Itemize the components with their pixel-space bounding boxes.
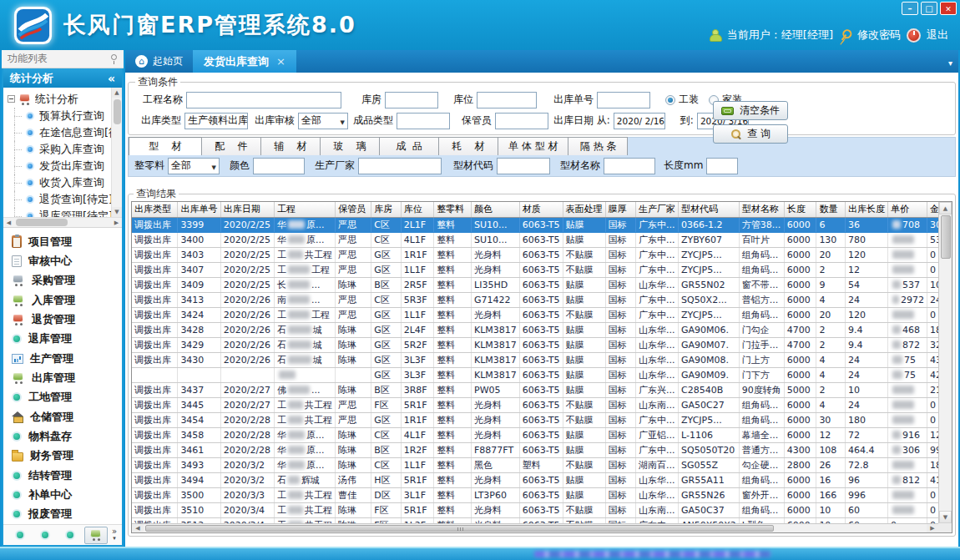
column-header[interactable]: 型材名称 [739, 202, 784, 217]
table-row[interactable]: 调拨出库33992020/2/25华原...严思C区2L1F整料SU10...6… [132, 217, 952, 232]
table-row[interactable]: 调拨出库34282020/2/26石城陈琳G区2L4F整料KLM38176063… [132, 322, 952, 337]
column-header[interactable]: 表面处理 [563, 202, 605, 217]
material-tab[interactable]: 耗 材 [438, 137, 498, 155]
scroll-left-icon[interactable] [132, 524, 144, 532]
column-header[interactable]: 出库单号 [178, 202, 220, 217]
column-header[interactable]: 型材代码 [678, 202, 739, 217]
table-row[interactable]: 调拨出库34942020/3/2石辉城汤伟H区5R1F整料光身料6063-T5贴… [132, 472, 952, 487]
audit-select[interactable]: 全部 [298, 113, 348, 129]
table-row[interactable]: 调拨出库34072020/2/25工工程严思G区1L1F整料光身料6063-T5… [132, 262, 952, 277]
date-from-select[interactable]: 2020/ 2/16 [614, 113, 665, 129]
column-header[interactable]: 单价 [887, 202, 927, 217]
tree-item[interactable]: 发货出库查询 [3, 158, 111, 174]
material-tab[interactable]: 隔 热 条 [568, 137, 628, 155]
column-header[interactable]: 生产厂家 [635, 202, 678, 217]
sidebar-group-item[interactable]: 入库管理 [3, 290, 122, 310]
table-row[interactable]: 调拨出库34612020/2/28华原...陈琳B区1R2F整料F8877FT6… [132, 442, 952, 457]
tab-home[interactable]: 起始页 [125, 50, 193, 73]
material-tab[interactable]: 单 体 型 材 [498, 137, 568, 155]
scroll-up-icon[interactable] [112, 88, 122, 98]
column-header[interactable]: 工程 [274, 202, 335, 217]
table-row[interactable]: 调拨出库34452020/2/27工共工程严思F区5R1F整料光身料6063-T… [132, 397, 952, 412]
sidebar-group-item[interactable]: 采购管理 [3, 271, 122, 290]
sidebar-group-item[interactable]: 结转管理 [3, 466, 122, 485]
table-row[interactable]: 调拨出库34032020/2/25工共工程严思G区1R1F整料光身料6063-T… [132, 247, 952, 262]
table-row[interactable]: 调拨出库34932020/3/2华原...陈琳C区1L1F整料黑色塑料不贴膜国标… [132, 457, 952, 472]
keeper-input[interactable] [495, 113, 548, 129]
tab-active[interactable]: 发货出库查询 [193, 50, 296, 73]
location-input[interactable] [477, 92, 537, 108]
tree-item[interactable]: 退库管理[待定] [3, 208, 111, 217]
column-header[interactable]: 出库日期 [220, 202, 274, 217]
sidebar-group-item[interactable]: 财务管理 [3, 446, 122, 466]
column-header[interactable]: 膜厚 [605, 202, 635, 217]
warehouse-input[interactable] [385, 92, 438, 108]
material-tab[interactable]: 成 品 [379, 137, 439, 155]
column-header[interactable]: 材质 [519, 202, 563, 217]
scroll-left-icon[interactable] [3, 219, 14, 226]
tree-hscrollbar[interactable] [3, 217, 122, 228]
material-tab[interactable]: 玻 璃 [320, 137, 380, 155]
footer-module-icon[interactable] [40, 530, 50, 540]
table-row[interactable]: 调拨出库34582020/2/28华原...陈琳C区4L1F整料光身料6063-… [132, 427, 952, 442]
table-row[interactable]: 调拨出库34542020/2/28工共工程严思G区1R1F整料光身料6063-T… [132, 412, 952, 427]
color-input[interactable] [253, 158, 305, 174]
tab-close-icon[interactable] [276, 55, 285, 68]
sidebar-group-item[interactable]: 项目管理 [3, 232, 122, 251]
footer-module-icon[interactable] [65, 530, 75, 540]
grid-vscrollbar[interactable] [938, 202, 952, 523]
length-input[interactable] [706, 158, 738, 174]
sidebar-overflow-button[interactable] [112, 528, 117, 542]
logout-button[interactable]: 退出 [927, 28, 948, 43]
table-row[interactable]: 调拨出库34132020/2/26南...严思C区5R3F整料G71422606… [132, 292, 952, 307]
profile-code-input[interactable] [497, 158, 550, 174]
manufacturer-input[interactable] [358, 158, 442, 174]
sidebar-section-header[interactable]: 统计分析 [3, 68, 122, 88]
column-header[interactable]: 数量 [816, 202, 846, 217]
product-type-input[interactable] [397, 113, 450, 129]
whole-select[interactable]: 全部 [168, 158, 220, 174]
footer-cart-button[interactable] [84, 527, 108, 544]
column-header[interactable]: 长度 [784, 202, 816, 217]
material-tab[interactable]: 辅 材 [260, 137, 321, 155]
sidebar-group-item[interactable]: 出库管理 [3, 368, 122, 387]
scroll-down-icon[interactable] [939, 511, 952, 523]
table-row[interactable]: 调拨出库35002020/3/3工共工程曹佳D区3L1F整料LT3P606063… [132, 487, 952, 502]
footer-module-icon[interactable] [15, 530, 25, 540]
table-row[interactable]: 调拨出库34292020/2/26石城陈琳G区5R2F整料KLM38176063… [132, 337, 952, 352]
tree-item[interactable]: 在途信息查询[待定] [3, 124, 111, 141]
column-header[interactable]: 保管员 [335, 202, 371, 217]
scroll-thumb[interactable] [145, 525, 774, 532]
clear-button[interactable]: 清空条件 [713, 101, 788, 120]
radio-industrial[interactable] [665, 95, 675, 105]
pin-icon[interactable] [109, 53, 118, 64]
column-header[interactable]: 库位 [401, 202, 434, 217]
scroll-right-icon[interactable] [927, 524, 938, 532]
sidebar-group-item[interactable]: 退库管理 [3, 330, 122, 349]
column-header[interactable]: 库房 [371, 202, 401, 217]
profile-name-input[interactable] [604, 158, 655, 174]
table-row[interactable]: 调拨出库34242020/2/26工工程严思G区1L1F整料光身料6063-T5… [132, 307, 952, 322]
column-header[interactable]: 出库类型 [132, 202, 178, 217]
material-tab[interactable]: 型 材 [129, 137, 202, 155]
tree-item[interactable]: 退货查询[待定] [3, 191, 111, 208]
table-row[interactable]: 调拨出库35102020/3/4工共工程陈琳F区5R1F整料光身料6063-T5… [132, 502, 952, 517]
sidebar-group-item[interactable]: 仓储管理 [3, 407, 122, 426]
change-password-button[interactable]: 修改密码 [857, 28, 901, 43]
sidebar-group-item[interactable]: 工地管理 [3, 388, 122, 407]
search-button[interactable]: 查 询 [713, 124, 788, 144]
table-row[interactable]: G区3L3F整料KLM38176063-T5贴膜国标山东华...GA90M09.… [132, 367, 952, 382]
tab-list-caret-icon[interactable] [948, 57, 952, 68]
table-row[interactable]: 调拨出库34092020/2/25长...陈琳B区2R5F整料LI35HD606… [132, 277, 952, 292]
sidebar-group-item[interactable]: 物料盘存 [3, 426, 122, 446]
out-type-select[interactable]: 生产领料出库 [184, 113, 248, 129]
sidebar-group-item[interactable]: 审核中心 [3, 251, 122, 270]
order-no-input[interactable] [597, 92, 650, 108]
close-button[interactable] [940, 2, 957, 15]
sidebar-group-item[interactable]: 补单中心 [3, 485, 122, 504]
tree-item[interactable]: 采购入库查询 [3, 141, 111, 158]
tree-vscrollbar[interactable] [111, 88, 122, 217]
tree-root-item[interactable]: 统计分析 [3, 90, 111, 108]
scroll-up-icon[interactable] [939, 202, 952, 214]
grid-hscrollbar[interactable] [132, 523, 938, 532]
